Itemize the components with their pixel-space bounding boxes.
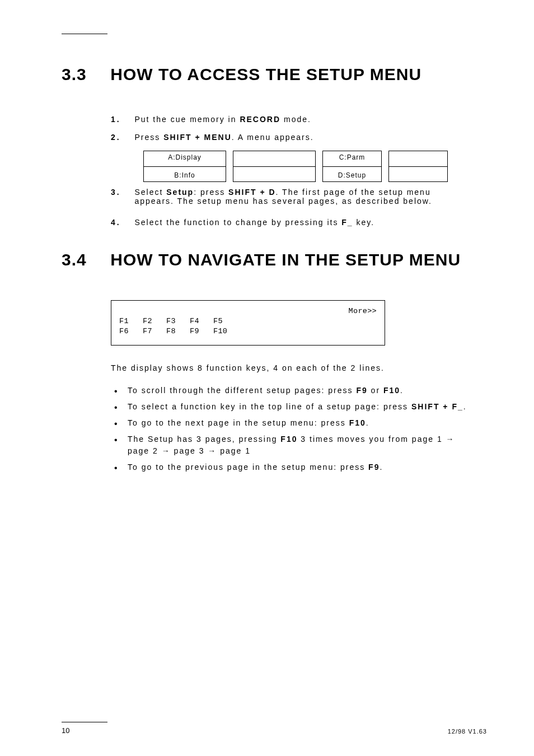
step-4: 4. Select the function to change by pres…: [111, 218, 469, 228]
nav-bullet-list: To scroll through the different setup pa…: [111, 385, 469, 473]
step-1-number: 1.: [111, 115, 132, 124]
bullet-2: To select a function key in the top line…: [111, 401, 469, 413]
section-3-3-title: HOW TO ACCESS THE SETUP MENU: [110, 65, 421, 83]
bullet-4: The Setup has 3 pages, pressing F10 3 ti…: [111, 433, 469, 457]
step-2-number: 2.: [111, 133, 132, 142]
nav-figure-line-1: More>>: [119, 306, 377, 316]
nav-figure-line-2: F1 F2 F3 F4 F5: [119, 316, 377, 326]
menu-box-4: [388, 151, 448, 182]
section-3-4-heading: 3.4 HOW TO NAVIGATE IN THE SETUP MENU: [62, 250, 487, 269]
bullet-1: To scroll through the different setup pa…: [111, 385, 469, 396]
step-2-text: Press SHIFT + MENU. A menu appears.: [134, 133, 459, 142]
menu-box-1: A:Display B:Info: [143, 151, 226, 182]
menu-box-row: A:Display B:Info C:Parm D:Setup: [143, 151, 469, 182]
menu-box-3: C:Parm D:Setup: [322, 151, 382, 182]
nav-figure: More>> F1 F2 F3 F4 F5 F6 F7 F8 F9 F10: [111, 300, 385, 346]
bottom-rule: [62, 722, 107, 722]
step-1-text: Put the cue memory in RECORD mode.: [134, 115, 459, 124]
arrow-right-icon: →: [208, 446, 217, 455]
nav-figure-line-4: F6 F7 F8 F9 F10: [119, 326, 377, 337]
step-4-text: Select the function to change by pressin…: [134, 218, 459, 227]
step-3: 3. Select Setup: press SHIFT + D. The fi…: [111, 188, 469, 206]
nav-figure-caption: The display shows 8 function keys, 4 on …: [111, 363, 463, 372]
doc-version: 12/98 V1.63: [448, 728, 487, 735]
step-2: 2. Press SHIFT + MENU. A menu appears.: [111, 133, 469, 143]
arrow-right-icon: →: [446, 435, 455, 444]
step-1: 1. Put the cue memory in RECORD mode.: [111, 115, 469, 125]
step-3-text: Select Setup: press SHIFT + D. The first…: [134, 188, 459, 206]
arrow-right-icon: →: [162, 446, 171, 455]
bullet-5: To go to the previous page in the setup …: [111, 461, 469, 473]
steps-3-3: 1. Put the cue memory in RECORD mode. 2.…: [111, 115, 469, 228]
page-number: 10: [62, 726, 69, 735]
bullet-3: To go to the next page in the setup menu…: [111, 417, 469, 429]
menu-box-2: [233, 151, 316, 182]
top-rule: [62, 34, 107, 34]
section-3-3-number: 3.3: [62, 65, 105, 84]
step-4-number: 4.: [111, 218, 132, 227]
section-3-4-number: 3.4: [62, 250, 105, 269]
step-3-number: 3.: [111, 188, 132, 197]
section-3-3-heading: 3.3 HOW TO ACCESS THE SETUP MENU: [62, 65, 487, 84]
section-3-4-title: HOW TO NAVIGATE IN THE SETUP MENU: [110, 250, 461, 269]
